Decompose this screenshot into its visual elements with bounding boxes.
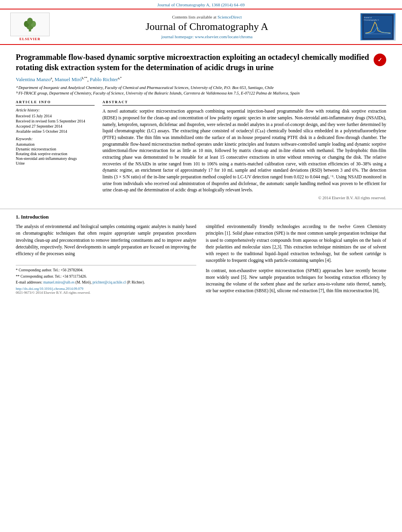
- header-center: Contents lists available at ScienceDirec…: [54, 15, 360, 39]
- elsevier-wordmark: ELSEVIER: [19, 37, 41, 41]
- article-info-abstract-section: ARTICLE INFO Article history: Received 1…: [16, 100, 386, 200]
- journal-title: Journal of Chromatography A: [61, 21, 352, 33]
- journal-citation: Journal of Chromatography A, 1368 (2014)…: [157, 2, 245, 7]
- article-info-heading: ARTICLE INFO: [16, 100, 95, 106]
- article-title: Programmable flow-based dynamic sorptive…: [16, 52, 370, 72]
- crossmark-icon: ✓: [374, 54, 386, 66]
- introduction-two-col: The analysis of environmental and biolog…: [16, 223, 386, 298]
- journal-homepage-line: journal homepage: www.elsevier.com/locat…: [61, 34, 352, 39]
- received-revised-date: Received in revised form 5 September 201…: [16, 119, 95, 123]
- intro-para3: In contrast, non-exhaustive sorptive mic…: [206, 267, 386, 295]
- footnote-email: E-mail addresses: manuel.miro@uib.es (M.…: [16, 280, 196, 285]
- keywords-label: Keywords:: [16, 137, 95, 141]
- doi-link[interactable]: http://dx.doi.org/10.1016/j.chroma.2014.…: [16, 287, 196, 291]
- footnotes: * Corresponding author. Tel.: +56 297828…: [16, 265, 196, 295]
- svg-text:Chromatography A: Chromatography A: [364, 19, 379, 21]
- issn-line: 0021-9673/© 2014 Elsevier B.V. All right…: [16, 291, 196, 295]
- section-divider: [0, 209, 402, 209]
- svg-text:Journal of: Journal of: [364, 17, 372, 19]
- introduction-section: 1. Introduction The analysis of environm…: [0, 214, 402, 298]
- article-info-column: ARTICLE INFO Article history: Received 1…: [16, 100, 95, 200]
- intro-para1: The analysis of environmental and biolog…: [16, 223, 196, 257]
- received-date: Received 15 July 2014: [16, 114, 95, 118]
- author1: Valentina Manzo: [16, 76, 50, 82]
- introduction-heading: 1. Introduction: [16, 214, 386, 220]
- accepted-date: Accepted 27 September 2014: [16, 124, 95, 128]
- intro-para2: simplified environmentally friendly tech…: [206, 223, 386, 264]
- article-title-section: Programmable flow-based dynamic sorptive…: [16, 49, 386, 72]
- contents-available-line: Contents lists available at ScienceDirec…: [61, 15, 352, 19]
- journal-link-bar: Journal of Chromatography A, 1368 (2014)…: [0, 0, 402, 9]
- elsevier-logo-image: [10, 13, 50, 36]
- svg-point-4: [27, 18, 33, 24]
- author2: Manuel Miró: [55, 76, 82, 82]
- sciencedirect-link[interactable]: ScienceDirect: [218, 15, 242, 19]
- affiliation-a: ᵃ Department of Inorganic and Analytical…: [16, 85, 386, 90]
- journal-cover-image: Journal of Chromatography A: [360, 13, 396, 41]
- crossmark-badge[interactable]: ✓: [374, 54, 386, 66]
- available-date: Available online 5 October 2014: [16, 129, 95, 133]
- journal-header: ELSEVIER Contents lists available at Sci…: [0, 9, 402, 45]
- elsevier-logo-section: ELSEVIER: [6, 13, 54, 41]
- keyword-automation: Automation: [16, 142, 95, 146]
- copyright-line: © 2014 Elsevier B.V. All rights reserved…: [102, 196, 386, 200]
- abstract-text: A novel automatic sorptive microextracti…: [102, 108, 386, 193]
- keyword-rotating-disk: Rotating disk sorptive extraction: [16, 152, 95, 156]
- authors-line: Valentina Manzoa, Manuel Mirób,**, Pablo…: [16, 76, 386, 83]
- email1-link[interactable]: manuel.miro@uib.es: [43, 280, 74, 284]
- abstract-heading: ABSTRACT: [102, 100, 386, 106]
- footnote-star: * Corresponding author. Tel.: +56 297828…: [16, 268, 196, 273]
- article-content: Programmable flow-based dynamic sorptive…: [0, 45, 402, 204]
- affiliation-b: ᵇ FI-TRACE group, Department of Chemistr…: [16, 91, 386, 95]
- intro-right-col: simplified environmentally friendly tech…: [206, 223, 386, 298]
- intro-left-col: The analysis of environmental and biolog…: [16, 223, 196, 298]
- homepage-url[interactable]: www.elsevier.com/locate/chroma: [195, 34, 253, 39]
- article-history-label: Article history:: [16, 108, 95, 112]
- author3: Pablo Richter: [90, 76, 118, 82]
- svg-text:✓: ✓: [378, 57, 382, 63]
- abstract-column: ABSTRACT A novel automatic sorptive micr…: [102, 100, 386, 200]
- email2-link[interactable]: prichter@ciq.uchile.cl: [93, 280, 126, 284]
- keyword-nsaids: Non-steroidal anti-inflammatory drugs: [16, 156, 95, 161]
- keyword-dynamic-microextraction: Dynamic microextraction: [16, 147, 95, 151]
- footnote-doublestar: ** Corresponding author. Tel.: +34 97117…: [16, 274, 196, 279]
- keyword-urine: Urine: [16, 161, 95, 165]
